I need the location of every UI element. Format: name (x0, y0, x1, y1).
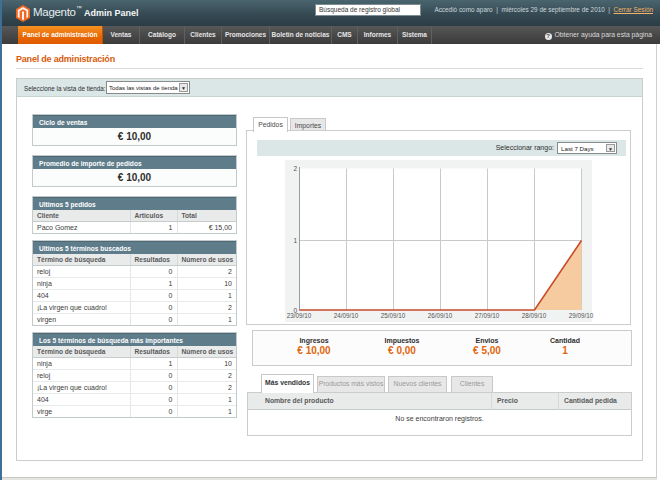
svg-text:23/09/10: 23/09/10 (287, 312, 312, 319)
svg-text:2: 2 (293, 165, 297, 172)
svg-text:24/09/10: 24/09/10 (334, 312, 359, 319)
svg-text:29/09/10: 29/09/10 (569, 312, 594, 319)
svg-text:25/09/10: 25/09/10 (381, 312, 406, 319)
svg-text:28/09/10: 28/09/10 (522, 312, 547, 319)
svg-text:1: 1 (293, 237, 297, 244)
svg-text:26/09/10: 26/09/10 (428, 312, 453, 319)
svg-text:27/09/10: 27/09/10 (475, 312, 500, 319)
